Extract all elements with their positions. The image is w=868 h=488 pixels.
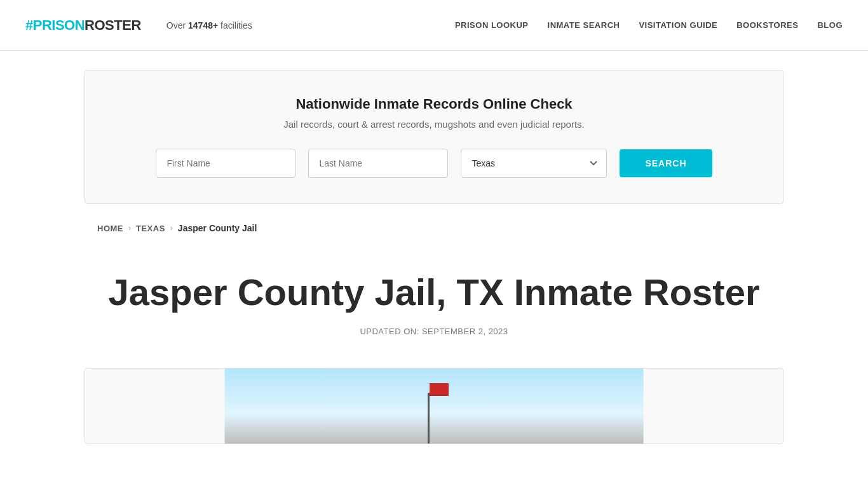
breadcrumb-separator-1: › [128,224,131,233]
bottom-card [85,368,783,444]
nav-visitation-guide[interactable]: VISITATION GUIDE [639,20,717,30]
logo-prison: PRISON [33,17,85,34]
nav-bookstores[interactable]: BOOKSTORES [736,20,798,30]
search-subtitle: Jail records, court & arrest records, mu… [123,119,745,130]
breadcrumb-current: Jasper County Jail [178,223,257,233]
page-title: Jasper County Jail, TX Inmate Roster [97,271,771,314]
flag-pole [428,393,430,444]
nav-blog[interactable]: BLOG [817,20,843,30]
nav-inmate-search[interactable]: INMATE SEARCH [548,20,620,30]
sky-background [225,369,644,444]
main-nav: PRISON LOOKUP INMATE SEARCH VISITATION G… [455,20,843,30]
page-title-section: Jasper County Jail, TX Inmate Roster UPD… [85,246,783,349]
logo-roster: ROSTER [85,17,141,34]
breadcrumb-separator-2: › [170,224,173,233]
updated-on: UPDATED ON: SEPTEMBER 2, 2023 [97,327,771,336]
logo[interactable]: #PRISONROSTER [25,17,141,34]
search-title: Nationwide Inmate Records Online Check [123,96,745,112]
last-name-input[interactable] [308,149,448,178]
first-name-input[interactable] [156,149,295,178]
nav-prison-lookup[interactable]: PRISON LOOKUP [455,20,529,30]
state-select[interactable]: Texas [461,149,607,178]
breadcrumb-home[interactable]: Home [97,224,123,233]
search-button[interactable]: SEARCH [620,149,712,177]
breadcrumb: Home › Texas › Jasper County Jail [85,223,783,233]
search-form: Texas SEARCH [123,149,745,178]
facilities-count: Over 14748+ facilities [166,20,252,30]
flag [430,383,449,396]
logo-hash: # [25,17,33,34]
breadcrumb-texas[interactable]: Texas [136,224,165,233]
search-section: Nationwide Inmate Records Online Check J… [85,70,783,204]
header: #PRISONROSTER Over 14748+ facilities PRI… [0,0,868,51]
